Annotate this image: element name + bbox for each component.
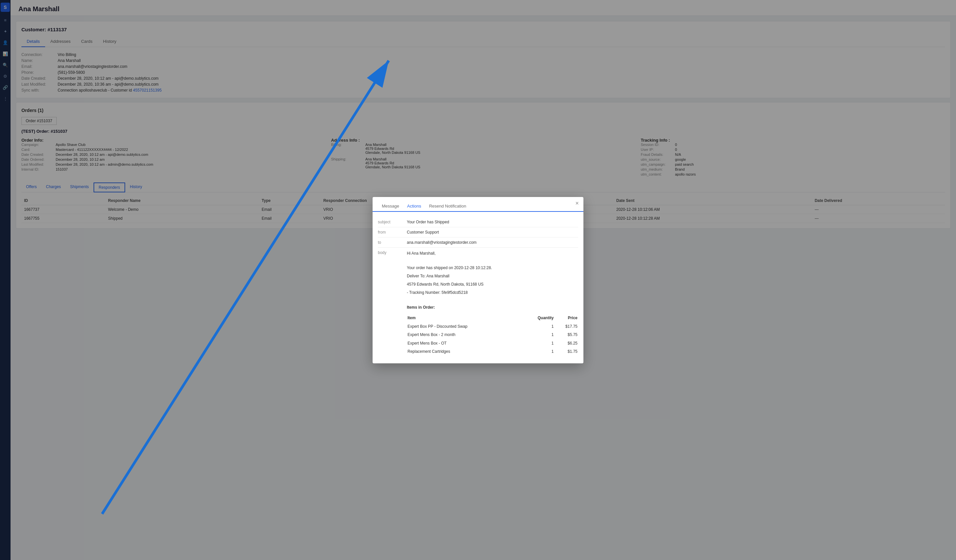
modal-tab-message[interactable]: Message	[378, 201, 403, 212]
from-label: from	[378, 230, 404, 234]
from-value: Customer Support	[407, 230, 578, 234]
modal-body: subject Your Order has Shipped from Cust…	[373, 212, 583, 363]
modal-tab-actions[interactable]: Actions	[403, 201, 425, 212]
to-value: ana.marshall@vriostagingtestorder.com	[407, 240, 578, 245]
subject-value: Your Order has Shipped	[407, 220, 578, 224]
email-item-row: Expert Mens Box - 2 month 1 $5.75	[407, 331, 577, 339]
item-price: $5.75	[554, 331, 577, 339]
modal-from-field: from Customer Support	[378, 227, 578, 238]
to-label: to	[378, 240, 404, 245]
item-name: Expert Box PP - Discounted Swap	[407, 323, 522, 330]
email-modal: × Message Actions Resend Notification su…	[373, 197, 583, 363]
email-body-content: Hi Ana Marshall, Your order has shipped …	[407, 250, 578, 363]
modal-body-field: body Hi Ana Marshall, Your order has shi…	[378, 248, 578, 363]
body-label: body	[378, 250, 404, 255]
email-item-row: Expert Box PP - Discounted Swap 1 $17.75	[407, 323, 577, 330]
item-name: Expert Mens Box - 2 month	[407, 331, 522, 339]
modal-close-button[interactable]: ×	[575, 200, 579, 206]
email-col-quantity: Quantity	[523, 314, 553, 322]
item-qty: 1	[523, 348, 553, 356]
item-qty: 1	[523, 340, 553, 347]
modal-subject-field: subject Your Order has Shipped	[378, 217, 578, 227]
email-tracking: - Tracking Number: 5fe9f5dcd5218	[407, 289, 578, 296]
item-name: Replacement Cartridges	[407, 348, 522, 356]
subject-label: subject	[378, 220, 404, 224]
modal-tab-bar: Message Actions Resend Notification	[373, 197, 583, 212]
item-price: $17.75	[554, 323, 577, 330]
email-col-price: Price	[554, 314, 577, 322]
modal-to-field: to ana.marshall@vriostagingtestorder.com	[378, 238, 578, 248]
email-deliver-to: Deliver To: Ana Marshall	[407, 273, 578, 279]
modal-tab-resend[interactable]: Resend Notification	[425, 201, 470, 212]
item-qty: 1	[523, 323, 553, 330]
email-address: 4579 Edwards Rd, North Dakota, 91168 US	[407, 281, 578, 288]
email-greeting: Hi Ana Marshall,	[407, 250, 578, 256]
item-name: Expert Mens Box - OT	[407, 340, 522, 347]
item-qty: 1	[523, 331, 553, 339]
item-price: $1.75	[554, 348, 577, 356]
email-col-item: Item	[407, 314, 522, 322]
email-item-row: Replacement Cartridges 1 $1.75	[407, 348, 577, 356]
email-items-table: Item Quantity Price Expert Box PP - Disc…	[407, 313, 578, 356]
modal-overlay[interactable]: × Message Actions Resend Notification su…	[0, 0, 956, 560]
email-item-row: Expert Mens Box - OT 1 $6.25	[407, 340, 577, 347]
email-items-header: Items in Order:	[407, 305, 435, 310]
item-price: $6.25	[554, 340, 577, 347]
email-shipped-line: Your order has shipped on 2020-12-28 10:…	[407, 265, 578, 271]
